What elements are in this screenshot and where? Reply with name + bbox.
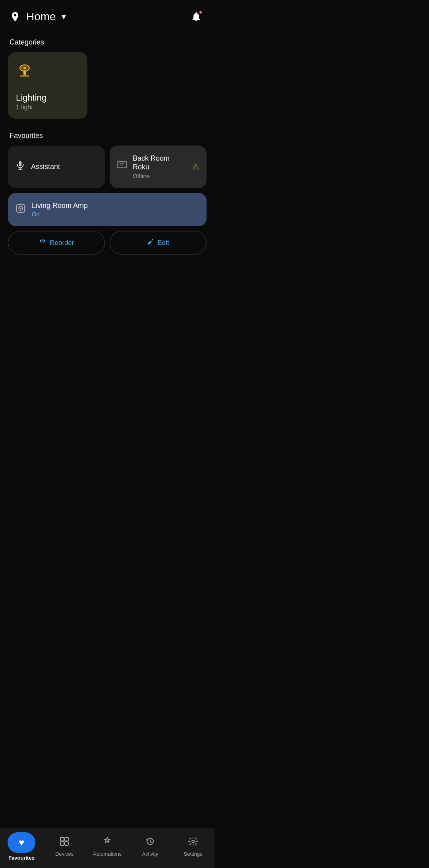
- category-info: Lighting 1 light: [16, 93, 79, 111]
- roku-text: Back Room Roku Offline: [133, 154, 187, 179]
- header-left: Home ▾: [8, 10, 66, 24]
- categories-label: Categories: [0, 30, 214, 52]
- svg-rect-8: [117, 161, 127, 168]
- favourite-living-room-amp[interactable]: Living Room Amp On: [8, 193, 207, 227]
- living-room-amp-text: Living Room Amp On: [32, 202, 199, 218]
- category-name: Lighting: [16, 93, 79, 103]
- tv-icon: [117, 161, 127, 172]
- action-row: Reorder Edit: [8, 231, 207, 254]
- category-card-lighting[interactable]: Lighting 1 light: [8, 52, 87, 119]
- svg-point-13: [20, 208, 21, 209]
- categories-grid: Lighting 1 light: [0, 52, 214, 119]
- living-room-amp-name: Living Room Amp: [32, 202, 199, 210]
- category-sub: 1 light: [16, 104, 79, 111]
- lighting-icon: [16, 61, 79, 82]
- reorder-button[interactable]: Reorder: [8, 231, 105, 254]
- living-room-amp-status: On: [32, 211, 199, 217]
- microphone-icon: [15, 160, 25, 173]
- warning-icon: ⚠: [192, 162, 199, 171]
- notification-button[interactable]: [189, 10, 203, 24]
- reorder-label: Reorder: [50, 239, 74, 247]
- favourite-assistant[interactable]: Assistant: [8, 146, 105, 188]
- header: Home ▾: [0, 0, 214, 30]
- notification-dot: [199, 10, 203, 14]
- favourites-section: Assistant Back Room Roku Offline ⚠: [0, 146, 214, 254]
- edit-label: Edit: [157, 239, 169, 247]
- home-dropdown-icon[interactable]: ▾: [62, 12, 66, 22]
- home-location-icon: [8, 10, 22, 24]
- reorder-icon: [39, 238, 46, 248]
- favourites-label: Favourites: [0, 124, 214, 146]
- roku-name: Back Room Roku: [133, 154, 187, 171]
- assistant-name: Assistant: [31, 163, 98, 171]
- svg-point-4: [23, 67, 26, 69]
- assistant-text: Assistant: [31, 163, 98, 171]
- edit-button[interactable]: Edit: [110, 231, 207, 254]
- roku-status: Offline: [133, 173, 187, 179]
- svg-rect-5: [19, 161, 22, 167]
- home-title: Home: [26, 10, 56, 23]
- favourites-grid: Assistant Back Room Roku Offline ⚠: [8, 146, 207, 188]
- speaker-icon: [15, 203, 26, 216]
- edit-icon: [147, 238, 154, 247]
- favourite-roku[interactable]: Back Room Roku Offline ⚠: [110, 146, 207, 188]
- svg-rect-0: [20, 75, 29, 77]
